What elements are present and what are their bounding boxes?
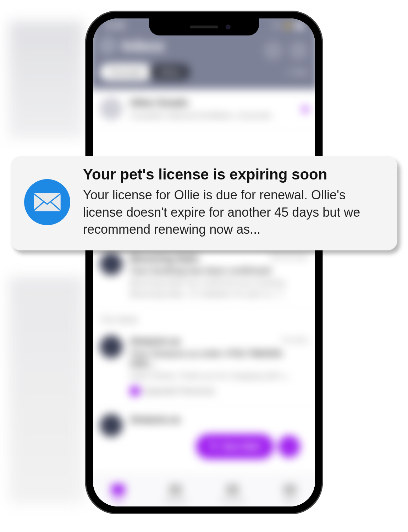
header-actions	[264, 41, 308, 60]
notifications-icon[interactable]	[264, 41, 283, 60]
search-icon[interactable]	[289, 41, 308, 60]
app-logo-icon[interactable]	[100, 38, 116, 54]
email-date: Tuesday	[280, 336, 308, 347]
fab-secondary-button[interactable]: ⋯	[278, 436, 300, 458]
sender-name: Other Emails	[130, 97, 295, 109]
sender-name: Blooming Nails	[130, 253, 199, 264]
tab-focused[interactable]: Focused	[100, 64, 152, 81]
email-date: Wednesday	[270, 253, 308, 264]
phone-screen: 12:06 ••• ⚡ ▮▮ Inbox Focused Other Filte…	[93, 18, 315, 506]
tab-label: Channels	[220, 497, 245, 504]
status-indicators: ••• ⚡ ▮▮	[272, 21, 304, 30]
svg-rect-0	[33, 193, 61, 212]
tab-channels[interactable]: Channels	[204, 474, 261, 506]
tag-label: Expected Tomorrow	[144, 386, 215, 396]
tab-other[interactable]: Other	[150, 64, 190, 81]
phone-speaker	[190, 26, 218, 28]
inbox-header: Inbox Focused Other Filter	[93, 33, 315, 89]
list-item[interactable]: Amazon.ca Tuesday Your Amazon.ca order #…	[93, 328, 315, 406]
status-time: 12:06	[104, 21, 125, 30]
bottom-tab-bar: Mail Calendar Channels Apps	[93, 473, 315, 506]
tab-apps[interactable]: Apps	[261, 474, 315, 506]
notification-banner[interactable]: Your pet's license is expiring soon Your…	[11, 156, 397, 250]
tab-label: Apps	[283, 497, 297, 504]
new-mail-label: New Mail	[222, 442, 260, 452]
delivery-tag: Expected Tomorrow	[130, 386, 215, 396]
compose-fab: New Mail ⋯	[196, 434, 300, 459]
phone-frame: 12:06 ••• ⚡ ▮▮ Inbox Focused Other Filte…	[85, 11, 323, 514]
tab-label: Mail	[113, 497, 123, 504]
apps-icon	[283, 484, 296, 495]
phone-camera	[226, 24, 231, 29]
avatar	[100, 336, 122, 358]
tab-mail[interactable]: Mail	[93, 474, 147, 506]
mail-app-icon	[24, 179, 70, 225]
tab-calendar[interactable]: Calendar	[147, 474, 204, 506]
mail-icon	[112, 484, 125, 495]
email-subject: Your booking has been confirmed	[130, 265, 308, 276]
notification-content: Your pet's license is expiring soon Your…	[83, 166, 383, 238]
avatar	[100, 253, 122, 275]
background-blur-shadow	[9, 277, 83, 504]
notification-body: Your license for Ollie is due for renewa…	[83, 187, 383, 238]
tag-dot-icon	[130, 386, 140, 396]
envelope-icon	[33, 192, 62, 213]
list-item[interactable]: Blooming Nails Wednesday Your booking ha…	[93, 244, 315, 308]
tab-label: Calendar	[164, 497, 187, 504]
email-subject: Your Amazon.ca order #702-7982555-0481..…	[130, 348, 308, 369]
section-header: This Week	[93, 308, 315, 328]
calendar-icon	[169, 484, 182, 495]
email-app-blurred: 12:06 ••• ⚡ ▮▮ Inbox Focused Other Filte…	[93, 18, 315, 506]
preview-text: Hello Kelsey, Thank you for shopping wit…	[130, 370, 308, 382]
avatar	[100, 414, 122, 437]
new-mail-button[interactable]: New Mail	[196, 434, 274, 459]
preview-text: Blooming Nails has confirmed your bookin…	[130, 277, 308, 299]
inbox-tabs: Focused Other Filter	[100, 64, 308, 81]
notification-title: Your pet's license is expiring soon	[83, 166, 383, 183]
email-list: Other Emails Canadian National Exhibitio…	[93, 89, 315, 445]
channels-icon	[226, 484, 239, 495]
avatar	[100, 97, 122, 120]
unread-badge	[302, 106, 308, 112]
background-blur-shadow	[9, 21, 83, 138]
list-item[interactable]: Other Emails Canadian National Exhibitio…	[93, 89, 315, 130]
preview-text: Canadian National Exhibition, Gusmodi...	[130, 110, 295, 121]
filter-button[interactable]: Filter	[286, 68, 308, 77]
sender-name: Amazon.ca	[130, 336, 180, 347]
inbox-title: Inbox	[122, 37, 165, 55]
sender-name: Amazon.ca	[130, 414, 180, 426]
phone-notch	[149, 18, 259, 35]
